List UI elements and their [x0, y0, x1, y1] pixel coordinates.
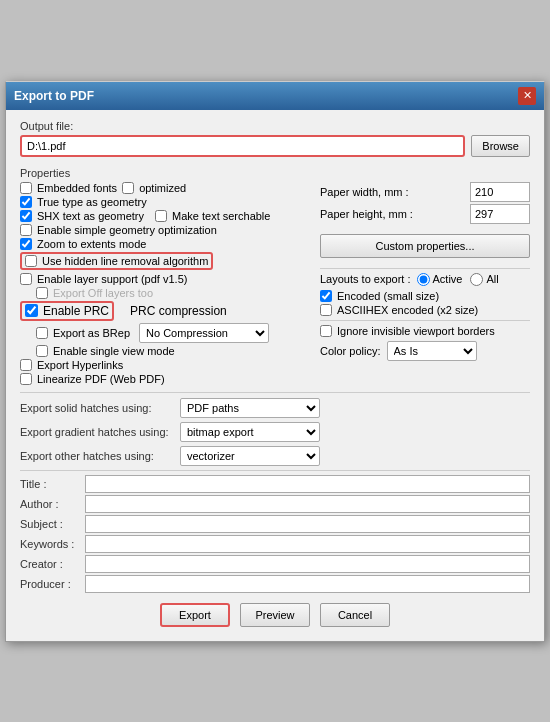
properties-section-label: Properties	[20, 167, 530, 179]
gradient-hatches-select[interactable]: PDF paths bitmap export vectorizer	[180, 422, 320, 442]
paper-width-input[interactable]	[470, 182, 530, 202]
single-view-checkbox[interactable]	[36, 345, 48, 357]
gradient-hatches-row: Export gradient hatches using: PDF paths…	[20, 422, 530, 442]
paper-height-label: Paper height, mm :	[320, 208, 413, 220]
enable-prc-highlighted: Enable PRC	[20, 301, 114, 321]
creator-input[interactable]	[85, 555, 530, 573]
title-label: Title :	[20, 478, 85, 490]
zoom-row: Zoom to extents mode	[20, 238, 310, 250]
enable-prc-checkbox[interactable]	[25, 304, 38, 317]
dialog-title: Export to PDF	[14, 89, 94, 103]
title-input[interactable]	[85, 475, 530, 493]
producer-input[interactable]	[85, 575, 530, 593]
no-compression-select[interactable]: No Compression	[139, 323, 269, 343]
embedded-fonts-row: Embedded fonts optimized	[20, 182, 310, 194]
solid-hatches-select[interactable]: PDF paths bitmap export vectorizer	[180, 398, 320, 418]
linearize-checkbox[interactable]	[20, 373, 32, 385]
zoom-label: Zoom to extents mode	[37, 238, 146, 250]
asciihex-row: ASCIIHEX encoded (x2 size)	[320, 304, 530, 316]
color-policy-label: Color policy:	[320, 345, 381, 357]
asciihex-checkbox[interactable]	[320, 304, 332, 316]
other-hatches-row: Export other hatches using: PDF paths bi…	[20, 446, 530, 466]
close-button[interactable]: ✕	[518, 87, 536, 105]
color-policy-row: Color policy: As Is Grayscale Black and …	[320, 341, 530, 361]
simple-geom-label: Enable simple geometry optimization	[37, 224, 217, 236]
text-fields-section: Title : Author : Subject : Keywords : Cr…	[20, 475, 530, 593]
shx-row: SHX text as geometry Make text serchable	[20, 210, 310, 222]
subject-row: Subject :	[20, 515, 530, 533]
linearize-label: Linearize PDF (Web PDF)	[37, 373, 165, 385]
cancel-button[interactable]: Cancel	[320, 603, 390, 627]
export-off-checkbox[interactable]	[36, 287, 48, 299]
optimized-checkbox[interactable]	[122, 182, 134, 194]
output-file-label: Output file:	[20, 120, 530, 132]
export-brep-label: Export as BRep	[53, 327, 130, 339]
layer-support-checkbox[interactable]	[20, 273, 32, 285]
title-row: Title :	[20, 475, 530, 493]
shx-text-checkbox[interactable]	[20, 210, 32, 222]
single-view-row: Enable single view mode	[36, 345, 310, 357]
export-off-label: Export Off layers too	[53, 287, 153, 299]
embedded-fonts-label: Embedded fonts	[37, 182, 117, 194]
solid-hatches-label: Export solid hatches using:	[20, 402, 180, 414]
hidden-line-row: Use hidden line removal algorithm	[20, 252, 213, 270]
true-type-label: True type as geometry	[37, 196, 147, 208]
gradient-hatches-label: Export gradient hatches using:	[20, 426, 180, 438]
simple-geom-checkbox[interactable]	[20, 224, 32, 236]
left-column: Embedded fonts optimized True type as ge…	[20, 182, 310, 387]
output-file-row: Browse	[20, 135, 530, 157]
custom-properties-button[interactable]: Custom properties...	[320, 234, 530, 258]
prc-compression-label: PRC compression	[130, 304, 227, 318]
properties-layout: Embedded fonts optimized True type as ge…	[20, 182, 530, 387]
paper-height-input[interactable]	[470, 204, 530, 224]
browse-button[interactable]: Browse	[471, 135, 530, 157]
layout-active-radio[interactable]	[417, 273, 430, 286]
color-policy-select[interactable]: As Is Grayscale Black and White	[387, 341, 477, 361]
export-off-row: Export Off layers too	[36, 287, 310, 299]
ignore-viewport-checkbox[interactable]	[320, 325, 332, 337]
keywords-row: Keywords :	[20, 535, 530, 553]
producer-row: Producer :	[20, 575, 530, 593]
layout-active-label: Active	[433, 273, 463, 285]
creator-label: Creator :	[20, 558, 85, 570]
layouts-row: Layouts to export : Active All	[320, 273, 530, 286]
ignore-viewport-row: Ignore invisible viewport borders	[320, 325, 530, 337]
true-type-checkbox[interactable]	[20, 196, 32, 208]
solid-hatches-row: Export solid hatches using: PDF paths bi…	[20, 398, 530, 418]
linearize-row: Linearize PDF (Web PDF)	[20, 373, 310, 385]
shx-text-label: SHX text as geometry	[37, 210, 144, 222]
output-file-input[interactable]	[20, 135, 465, 157]
hidden-line-checkbox[interactable]	[25, 255, 37, 267]
other-hatches-select[interactable]: PDF paths bitmap export vectorizer	[180, 446, 320, 466]
simple-geom-row: Enable simple geometry optimization	[20, 224, 310, 236]
title-bar: Export to PDF ✕	[6, 82, 544, 110]
hyperlinks-label: Export Hyperlinks	[37, 359, 123, 371]
producer-label: Producer :	[20, 578, 85, 590]
preview-button[interactable]: Preview	[240, 603, 310, 627]
layout-all-row: All	[470, 273, 498, 286]
footer-buttons: Export Preview Cancel	[20, 595, 530, 633]
author-input[interactable]	[85, 495, 530, 513]
layouts-radio-group: Active All	[417, 273, 499, 286]
other-hatches-label: Export other hatches using:	[20, 450, 180, 462]
encoded-checkbox[interactable]	[320, 290, 332, 302]
keywords-input[interactable]	[85, 535, 530, 553]
make-text-checkbox[interactable]	[155, 210, 167, 222]
author-row: Author :	[20, 495, 530, 513]
export-brep-checkbox[interactable]	[36, 327, 48, 339]
layout-all-radio[interactable]	[470, 273, 483, 286]
subject-label: Subject :	[20, 518, 85, 530]
export-pdf-dialog: Export to PDF ✕ Output file: Browse Prop…	[5, 81, 545, 642]
export-brep-row: Export as BRep No Compression	[36, 323, 310, 343]
hyperlinks-checkbox[interactable]	[20, 359, 32, 371]
export-button[interactable]: Export	[160, 603, 230, 627]
true-type-row: True type as geometry	[20, 196, 310, 208]
layer-support-label: Enable layer support (pdf v1.5)	[37, 273, 187, 285]
layout-all-label: All	[486, 273, 498, 285]
single-view-label: Enable single view mode	[53, 345, 175, 357]
encoded-label: Encoded (small size)	[337, 290, 439, 302]
paper-width-label: Paper width, mm :	[320, 186, 409, 198]
subject-input[interactable]	[85, 515, 530, 533]
embedded-fonts-checkbox[interactable]	[20, 182, 32, 194]
zoom-checkbox[interactable]	[20, 238, 32, 250]
